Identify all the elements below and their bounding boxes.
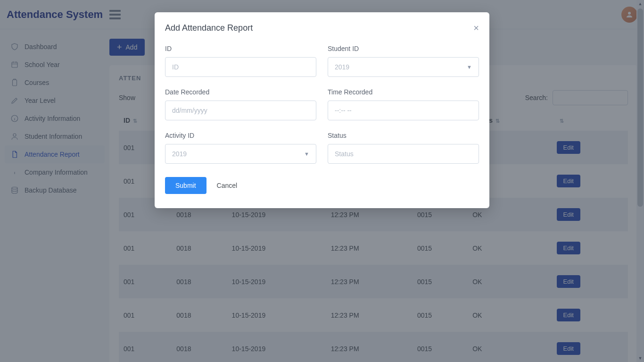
- chevron-down-icon: ▼: [467, 64, 472, 70]
- date-recorded-label: Date Recorded: [165, 88, 316, 96]
- student-id-label: Student ID: [328, 45, 479, 52]
- student-id-value: 2019: [335, 63, 349, 71]
- id-input[interactable]: [165, 57, 316, 77]
- close-icon[interactable]: ×: [473, 23, 479, 34]
- chevron-down-icon: ▼: [304, 151, 309, 157]
- activity-id-value: 2019: [172, 150, 187, 158]
- cancel-button[interactable]: Cancel: [217, 182, 238, 189]
- status-input[interactable]: [328, 144, 479, 164]
- date-recorded-input[interactable]: [165, 101, 316, 120]
- submit-button[interactable]: Submit: [165, 177, 206, 194]
- time-recorded-label: Time Recorded: [328, 88, 479, 96]
- activity-id-select[interactable]: 2019 ▼: [165, 144, 316, 164]
- time-recorded-input[interactable]: [328, 101, 479, 120]
- status-label: Status: [328, 132, 479, 139]
- add-attendance-modal: Add Attendance Report × ID Student ID 20…: [155, 12, 489, 208]
- student-id-select[interactable]: 2019 ▼: [328, 57, 479, 77]
- modal-overlay[interactable]: Add Attendance Report × ID Student ID 20…: [0, 0, 644, 362]
- activity-id-label: Activity ID: [165, 132, 316, 139]
- id-label: ID: [165, 45, 316, 52]
- modal-title: Add Attendance Report: [165, 23, 253, 33]
